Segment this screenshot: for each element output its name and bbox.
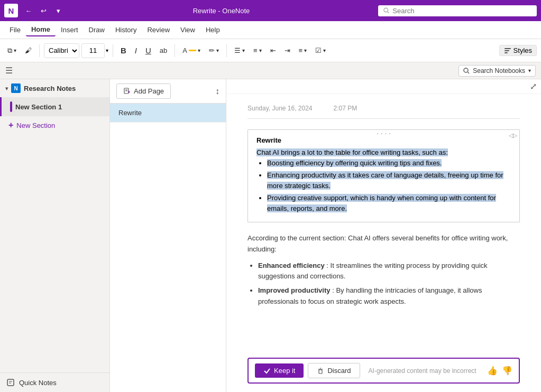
font-size-dropdown[interactable]: ▾ [106,48,108,53]
menu-insert[interactable]: Insert [56,24,84,36]
clipboard-button[interactable]: ⧉ ▾ [4,42,20,59]
ai-disclaimer-text: AI-generated content may be incorrect [364,367,483,375]
note-box-handle: · · · · [377,129,391,137]
menu-help[interactable]: Help [200,24,225,36]
add-page-button[interactable]: Add Page [116,83,171,99]
highlight-button[interactable]: ✏ ▾ [206,42,222,59]
menu-home[interactable]: Home [26,23,56,36]
font-size-input[interactable] [81,43,105,58]
clipboard-dropdown: ▾ [14,48,16,53]
svg-rect-13 [319,370,322,374]
resize-handle[interactable]: ◁▷ [509,132,517,139]
menu-review[interactable]: Review [142,24,175,36]
ai-bullet-2-term: Improved productivity [258,286,331,294]
note-time: 2:07 PM [334,105,357,112]
indent-increase-button[interactable]: ⇥ [281,42,294,59]
bullet-list-button[interactable]: ☰ ▾ [231,42,248,59]
ai-action-bar: Keep it Discard AI-generated content may… [247,358,520,384]
separator-2 [113,44,113,57]
bullet-list-icon: ☰ [234,46,241,54]
styles-label: Styles [514,46,532,54]
numbered-list-button[interactable]: ≡ ▾ [250,42,265,59]
note-date: Sunday, June 16, 2024 [247,105,313,112]
svg-rect-3 [505,50,509,51]
page-item-rewrite[interactable]: Rewrite [110,104,226,123]
page-list: Add Page ↕ Rewrite [110,79,226,392]
search-notebooks-button[interactable]: Search Notebooks ▾ [459,65,536,77]
search-input[interactable] [392,7,531,15]
separator-3 [175,44,175,57]
task-icon: ☑ [315,46,322,54]
content-area: ⤢ Sunday, June 16, 2024 2:07 PM · · · · … [226,79,541,392]
ai-bullet-2: Improved productivity : By handling the … [258,285,520,307]
task-button[interactable]: ☑ ▾ [312,42,329,59]
chevron-down-icon: ▾ [5,86,8,91]
thumbs-up-button[interactable]: 👍 [487,366,498,376]
sidebar: ▾ N Research Notes New Section 1 + New S… [0,79,110,392]
search-notebooks-icon [463,68,470,74]
section-color-bar [10,101,12,112]
num-dropdown: ▾ [259,48,262,53]
styles-button[interactable]: Styles [499,45,537,56]
expand-button[interactable]: ⤢ [530,81,537,91]
note-box[interactable]: · · · · ◁▷ Rewrite Chat AI brings a lot … [247,129,520,222]
thumbs-down-button[interactable]: 👎 [502,366,512,376]
indent-decrease-icon: ⇤ [270,46,276,54]
svg-rect-2 [505,48,511,49]
quick-notes-button[interactable]: Quick Notes [0,372,109,392]
dropdown-button[interactable]: ▾ [52,4,65,17]
notebook-icon: N [11,83,21,93]
section-item-new-section-1[interactable]: New Section 1 [0,97,109,116]
note-intro-text: Chat AI brings a lot to the table for of… [256,148,448,156]
discard-label: Discard [327,367,351,375]
new-section-button[interactable]: + New Section [0,116,109,134]
keep-it-label: Keep it [274,367,295,375]
hamburger-icon[interactable]: ☰ [5,66,13,76]
indent-decrease-button[interactable]: ⇤ [267,42,279,59]
menu-file[interactable]: File [4,24,26,36]
svg-point-5 [464,68,468,72]
format-painter-button[interactable]: 🖌 [22,42,35,59]
ai-content-section: According to the current section: Chat A… [247,233,520,307]
italic-button[interactable]: I [132,42,140,59]
search-notebooks-dropdown-icon: ▾ [528,68,531,73]
highlight-icon: ✏ [209,46,215,54]
keep-it-button[interactable]: Keep it [255,363,304,378]
bold-button[interactable]: B [117,42,130,59]
notebook-item[interactable]: ▾ N Research Notes [0,79,109,97]
search-icon [383,7,389,14]
separator-4 [226,44,227,57]
menu-history[interactable]: History [110,24,142,36]
numbered-list-icon: ≡ [253,46,258,54]
font-color-label: A [182,46,187,54]
back-button[interactable]: ← [22,4,35,17]
sort-button[interactable]: ↕ [215,87,219,96]
svg-point-0 [384,8,388,12]
ai-feedback-buttons: 👍 👎 [487,366,512,376]
note-bullet-2: Enhancing productivity as it takes care … [267,170,511,191]
svg-line-1 [388,12,389,13]
checkmark-icon [263,367,271,375]
page-list-header: Add Page ↕ [110,79,226,104]
undo-button[interactable]: ↩ [37,4,50,17]
sidebar-spacer [0,134,109,372]
plus-icon: + [8,120,13,130]
discard-button[interactable]: Discard [308,363,360,378]
font-color-bar [189,50,196,51]
strikethrough-button[interactable]: ab [157,42,170,59]
task-dropdown: ▾ [323,48,326,53]
ai-bullet-1-term: Enhanced efficiency [258,262,325,269]
note-box-content: Chat AI brings a lot to the table for of… [256,147,511,213]
svg-rect-4 [505,52,508,53]
app-logo: N [4,4,18,17]
highlight-dropdown: ▾ [216,48,219,53]
menu-view[interactable]: View [175,24,200,36]
title-search-box[interactable] [378,5,537,16]
font-color-button[interactable]: A ▾ [179,42,204,59]
menu-draw[interactable]: Draw [84,24,110,36]
note-bullet-list: Boosting efficiency by offering quick wr… [256,158,511,214]
font-select[interactable]: Calibri [44,43,79,58]
align-button[interactable]: ≡ ▾ [296,42,310,59]
underline-button[interactable]: U [142,42,154,59]
note-meta: Sunday, June 16, 2024 2:07 PM [247,105,520,119]
